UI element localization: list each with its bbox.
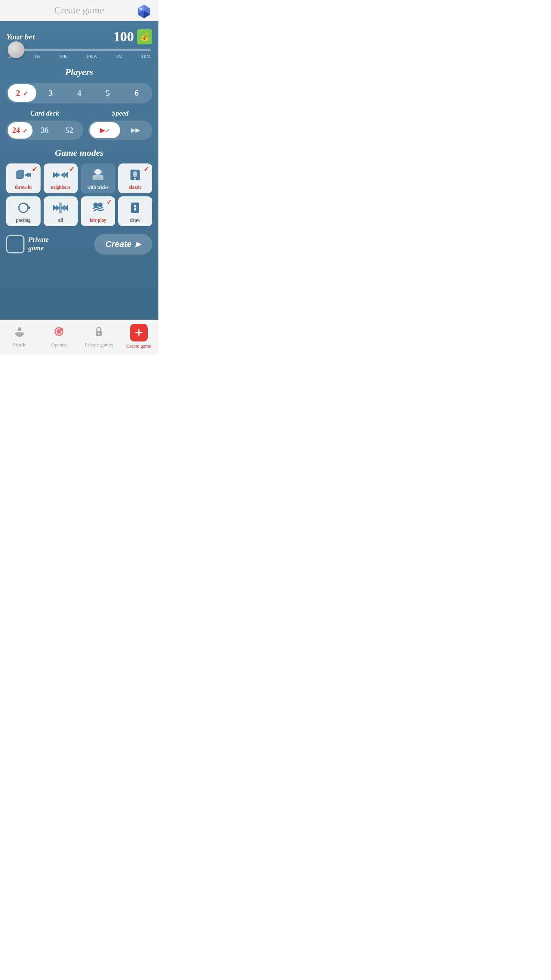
game-modes-grid: throw-in neighbors bbox=[6, 163, 152, 226]
nav-private-games[interactable]: Private games bbox=[85, 325, 113, 348]
svg-point-41 bbox=[60, 328, 63, 331]
speed-selector: ▶✓ ▶▶ bbox=[88, 121, 152, 140]
slider-label-1m: 1M bbox=[116, 53, 122, 59]
page-title: Create game bbox=[54, 5, 104, 16]
svg-point-33 bbox=[134, 205, 136, 207]
players-selector: 2 ✓ 3 4 5 6 bbox=[6, 83, 152, 103]
main-content: Your bet 100 💰 100 1K 10K 100K bbox=[0, 21, 158, 320]
private-game-checkbox[interactable] bbox=[6, 235, 24, 253]
slider-labels: 100 1K 10K 100K 1M 10M bbox=[8, 53, 151, 59]
players-option-4[interactable]: 4 bbox=[65, 84, 94, 102]
header: Create game bbox=[0, 0, 158, 21]
mode-with-tricks[interactable]: with tricks bbox=[81, 163, 115, 193]
speed-normal[interactable]: ▶✓ bbox=[90, 122, 120, 138]
svg-point-31 bbox=[98, 203, 103, 207]
bottom-navigation: Profile Opened Private games bbox=[0, 320, 158, 354]
svg-point-34 bbox=[134, 208, 136, 211]
slider-label-10m: 10M bbox=[141, 53, 151, 59]
players-section: Players 2 ✓ 3 4 5 6 bbox=[6, 67, 152, 103]
mode-with-tricks-label: with tricks bbox=[87, 185, 108, 190]
mode-classic-label: classic bbox=[129, 185, 142, 190]
mode-passing[interactable]: passing bbox=[6, 196, 41, 226]
private-game-section: Privategame bbox=[6, 235, 49, 253]
players-option-2[interactable]: 2 ✓ bbox=[8, 84, 36, 102]
card-deck-label: Card deck bbox=[6, 109, 83, 118]
svg-marker-15 bbox=[60, 172, 65, 178]
mode-draw-label: draw bbox=[130, 217, 140, 223]
slider-label-10k: 10K bbox=[59, 53, 67, 59]
speed-section: Speed ▶✓ ▶▶ bbox=[88, 109, 152, 140]
create-button-label: Create bbox=[106, 239, 132, 249]
speed-label: Speed bbox=[88, 109, 152, 118]
svg-point-43 bbox=[98, 333, 99, 335]
players-title: Players bbox=[6, 67, 152, 77]
private-games-icon bbox=[93, 325, 105, 340]
mode-fair-play-label: fair play bbox=[90, 217, 106, 223]
nav-create-game[interactable]: Create game bbox=[126, 324, 152, 349]
mode-draw[interactable]: draw bbox=[118, 196, 153, 226]
mode-classic[interactable]: classic bbox=[118, 163, 153, 193]
mode-fair-play[interactable]: fair play bbox=[81, 196, 115, 226]
nav-opened-label: Opened bbox=[51, 342, 67, 348]
slider-label-1k: 1K bbox=[34, 53, 40, 59]
nav-profile[interactable]: Profile bbox=[6, 325, 33, 348]
players-option-6[interactable]: 6 bbox=[122, 84, 151, 102]
slider-thumb[interactable] bbox=[8, 41, 24, 58]
deck-option-36[interactable]: 36 bbox=[33, 122, 57, 139]
opened-icon bbox=[53, 325, 65, 340]
svg-rect-18 bbox=[93, 175, 103, 180]
svg-point-21 bbox=[133, 171, 137, 177]
mode-neighbors-label: neighbors bbox=[51, 185, 70, 190]
create-button[interactable]: Create ▶ bbox=[94, 234, 152, 255]
svg-point-22 bbox=[134, 178, 136, 180]
svg-point-19 bbox=[96, 170, 100, 174]
deck-speed-row: Card deck 24 ✓ 36 52 Speed ▶✓ ▶▶ bbox=[6, 109, 152, 140]
profile-icon bbox=[13, 325, 26, 340]
svg-point-5 bbox=[139, 8, 142, 11]
coin-icon: 💰 bbox=[137, 29, 152, 44]
mode-all-label: all bbox=[58, 217, 63, 223]
deck-selector: 24 ✓ 36 52 bbox=[6, 121, 83, 140]
nav-create-game-label: Create game bbox=[126, 343, 151, 349]
nav-opened[interactable]: Opened bbox=[46, 325, 72, 348]
bottom-row: Privategame Create ▶ bbox=[6, 234, 152, 255]
players-option-3[interactable]: 3 bbox=[36, 84, 65, 102]
slider-track bbox=[8, 49, 151, 51]
deck-section: Card deck 24 ✓ 36 52 bbox=[6, 109, 83, 140]
bet-label: Your bet bbox=[6, 32, 35, 42]
svg-rect-9 bbox=[18, 170, 24, 178]
svg-point-37 bbox=[15, 332, 18, 335]
deck-option-52[interactable]: 52 bbox=[57, 122, 82, 139]
svg-rect-29 bbox=[59, 203, 62, 213]
slider-label-100k: 100K bbox=[86, 53, 97, 59]
svg-marker-13 bbox=[56, 172, 60, 178]
mode-all[interactable]: all bbox=[44, 196, 78, 226]
create-game-icon bbox=[130, 324, 148, 341]
nav-private-games-label: Private games bbox=[85, 342, 113, 348]
mode-neighbors[interactable]: neighbors bbox=[44, 163, 78, 193]
bet-value: 100 bbox=[113, 29, 134, 45]
bet-slider[interactable]: 100 1K 10K 100K 1M 10M bbox=[6, 49, 152, 59]
svg-point-30 bbox=[93, 203, 98, 207]
game-modes-section: Game modes throw-in bbox=[6, 148, 152, 226]
create-button-arrow-icon: ▶ bbox=[135, 240, 141, 248]
svg-marker-11 bbox=[24, 173, 29, 177]
svg-marker-24 bbox=[29, 206, 31, 209]
svg-point-35 bbox=[18, 327, 21, 331]
mode-throw-in[interactable]: throw-in bbox=[6, 163, 41, 193]
mode-passing-label: passing bbox=[16, 217, 31, 223]
mode-throw-in-label: throw-in bbox=[15, 185, 32, 190]
nav-profile-label: Profile bbox=[13, 342, 26, 348]
game-modes-title: Game modes bbox=[6, 148, 152, 158]
svg-text:💰: 💰 bbox=[140, 33, 149, 41]
speed-fast[interactable]: ▶▶ bbox=[120, 122, 151, 138]
private-game-label: Privategame bbox=[28, 236, 49, 252]
svg-point-38 bbox=[21, 332, 24, 335]
players-option-5[interactable]: 5 bbox=[93, 84, 122, 102]
bet-section: Your bet 100 💰 100 1K 10K 100K bbox=[6, 29, 152, 59]
svg-rect-32 bbox=[131, 203, 139, 213]
bet-value-container: 100 💰 bbox=[113, 29, 152, 45]
deck-option-24[interactable]: 24 ✓ bbox=[8, 122, 33, 139]
gem-icon bbox=[135, 3, 152, 20]
